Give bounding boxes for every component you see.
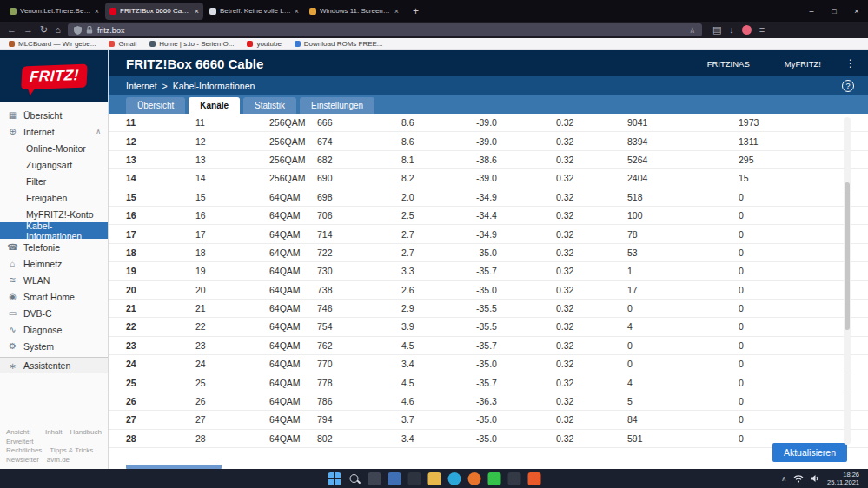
footer-link[interactable]: avm.de xyxy=(47,456,70,465)
sidebar-item-heimnetz[interactable]: ⌂Heimnetz xyxy=(0,255,108,272)
tab-kanäle[interactable]: Kanäle xyxy=(189,97,240,114)
address-bar[interactable]: fritz.box ☆ xyxy=(68,23,702,36)
footer-link[interactable]: Newsletter xyxy=(6,456,39,465)
cell: 53 xyxy=(627,247,739,258)
new-tab-button[interactable]: + xyxy=(409,5,422,17)
taskbar-file-explorer-icon[interactable] xyxy=(427,472,441,485)
taskbar-search-icon[interactable] xyxy=(348,472,361,485)
sidebar-item-dvb-c[interactable]: ▭DVB-C xyxy=(0,305,108,321)
lock-icon[interactable] xyxy=(86,26,93,34)
tab-close-icon[interactable]: × xyxy=(95,7,99,16)
taskbar-mail-app-icon[interactable] xyxy=(388,472,401,485)
browser-tab[interactable]: Venom.Let.There.Be.Carnage...× xyxy=(5,3,103,20)
fritz-logo[interactable]: FRITZ! xyxy=(21,63,87,89)
tab-close-icon[interactable]: × xyxy=(295,7,299,16)
bookmark-item[interactable]: Home | s.to - Serien O... xyxy=(149,40,234,48)
taskbar-edge-browser-icon[interactable] xyxy=(447,472,461,485)
sidebar-toggle-icon[interactable]: ▤ xyxy=(712,25,721,35)
bookmark-item[interactable]: Download ROMs FREE... xyxy=(295,40,383,48)
sidebar-item-filter[interactable]: Filter xyxy=(0,173,108,189)
sidebar-item-internet[interactable]: ⊕Internet∧ xyxy=(0,123,108,140)
clock-date: 25.11.2021 xyxy=(827,478,859,486)
download-icon[interactable]: ↓ xyxy=(729,25,734,35)
cell: 2.6 xyxy=(401,285,476,295)
help-icon[interactable]: ? xyxy=(842,80,854,92)
taskbar-widgets-icon[interactable] xyxy=(407,472,421,485)
network-icon[interactable] xyxy=(793,474,804,483)
minimize-button[interactable]: – xyxy=(800,0,823,22)
cell: 786 xyxy=(317,396,401,406)
footer-link[interactable]: Tipps & Tricks xyxy=(50,446,93,456)
sidebar-item-kabel-informationen[interactable]: Kabel-Informationen xyxy=(0,222,108,239)
tab-einstellungen[interactable]: Einstellungen xyxy=(300,97,374,114)
account-avatar[interactable] xyxy=(742,25,752,35)
taskbar-task-view-icon[interactable] xyxy=(368,472,381,485)
taskbar-orange-app-icon[interactable] xyxy=(527,472,540,485)
sidebar-item-wlan[interactable]: ≋WLAN xyxy=(0,272,108,288)
sidebar-item-online-monitor[interactable]: Online-Monitor xyxy=(0,140,108,156)
window-close-button[interactable]: × xyxy=(845,0,868,22)
cell: 698 xyxy=(317,192,401,202)
sidebar-item-freigaben[interactable]: Freigaben xyxy=(0,189,108,206)
footer-link[interactable]: Handbuch xyxy=(70,428,102,446)
taskbar-start-icon[interactable] xyxy=(328,472,341,485)
sidebar-item-assistenten[interactable]: ∗Assistenten xyxy=(0,357,108,373)
taskbar-dark-app-icon[interactable] xyxy=(507,472,520,485)
footer-link[interactable]: Inhalt xyxy=(45,428,63,446)
table-row: 171764QAM7142.7-34.90.32780 xyxy=(109,225,868,243)
bookmark-item[interactable]: MLCBoard — Wir gebe... xyxy=(9,40,96,48)
bookmark-label: youtube xyxy=(256,40,281,48)
header-link-fritznas[interactable]: FRITZINAS xyxy=(707,59,750,69)
sidebar-item-smart-home[interactable]: ◉Smart Home xyxy=(0,288,108,305)
volume-icon[interactable] xyxy=(811,474,820,483)
bookmark-star-icon[interactable]: ☆ xyxy=(689,26,696,35)
tab-close-icon[interactable]: × xyxy=(394,7,399,16)
cell: 256QAM xyxy=(269,117,317,128)
header-link-myfritz[interactable]: MyFRITZ! xyxy=(785,59,821,69)
bookmark-item[interactable]: Gmail xyxy=(109,40,136,48)
tab-close-icon[interactable]: × xyxy=(195,7,199,16)
home-icon[interactable]: ⌂ xyxy=(55,25,61,35)
cell: 794 xyxy=(317,414,401,425)
browser-tab[interactable]: FRITZ!Box 6660 Cable× xyxy=(105,3,203,20)
scrollbar[interactable] xyxy=(844,117,851,445)
cell: 730 xyxy=(317,266,401,276)
tab-übersicht[interactable]: Übersicht xyxy=(126,97,185,114)
forward-icon[interactable]: → xyxy=(23,25,33,35)
bookmark-item[interactable]: youtube xyxy=(247,40,281,48)
scrollbar-thumb[interactable] xyxy=(845,182,850,330)
table-row: 1111256QAM6668.6-39.00.3290411973 xyxy=(109,114,868,132)
sidebar-item-zugangsart[interactable]: Zugangsart xyxy=(0,156,108,173)
sidebar-item-diagnose[interactable]: ∿Diagnose xyxy=(0,321,108,338)
url-text[interactable]: fritz.box xyxy=(97,26,685,35)
cell: 22 xyxy=(126,321,195,332)
back-icon[interactable]: ← xyxy=(7,25,17,35)
cell: 0.32 xyxy=(556,210,627,221)
cell: 11 xyxy=(126,117,195,128)
cell: -36.3 xyxy=(476,396,556,406)
tray-chevron-up-icon[interactable]: ∧ xyxy=(781,475,786,483)
app-header: FRITZ!Box 6660 Cable FRITZINAS MyFRITZ! … xyxy=(109,50,868,76)
footer-line: Ansicht: ErweitertInhaltHandbuch xyxy=(6,428,102,446)
sidebar-item-übersicht[interactable]: ▦Übersicht xyxy=(0,107,108,123)
sidebar-item-system[interactable]: ⚙System xyxy=(0,338,108,354)
breadcrumb-section[interactable]: Internet xyxy=(126,81,157,91)
sidebar-item-telefonie[interactable]: ☎Telefonie xyxy=(0,239,108,255)
footer-link[interactable]: Ansicht: Erweitert xyxy=(6,428,37,446)
footer-link[interactable]: Rechtliches xyxy=(6,446,42,456)
cell: 2.7 xyxy=(401,229,476,240)
maximize-button[interactable]: □ xyxy=(823,0,845,22)
cell: 0.32 xyxy=(556,321,627,332)
cell: 13 xyxy=(126,155,195,165)
taskbar-green-app-icon[interactable] xyxy=(487,472,500,485)
browser-tab[interactable]: Betreff: Keine volle Leistung - Voda...× xyxy=(205,3,303,20)
update-button[interactable]: Aktualisieren xyxy=(772,443,847,462)
browser-tab[interactable]: Windows 11: Screenshot erstel...× xyxy=(305,3,403,20)
reload-icon[interactable]: ↻ xyxy=(40,25,48,35)
overflow-menu-icon[interactable]: ⋮ xyxy=(845,57,856,69)
shield-icon[interactable] xyxy=(74,26,82,35)
menu-icon[interactable]: ≡ xyxy=(759,25,765,35)
tab-statistik[interactable]: Statistik xyxy=(243,97,296,114)
clock[interactable]: 18:26 25.11.2021 xyxy=(827,471,859,486)
taskbar-firefox-browser-icon[interactable] xyxy=(467,472,480,485)
